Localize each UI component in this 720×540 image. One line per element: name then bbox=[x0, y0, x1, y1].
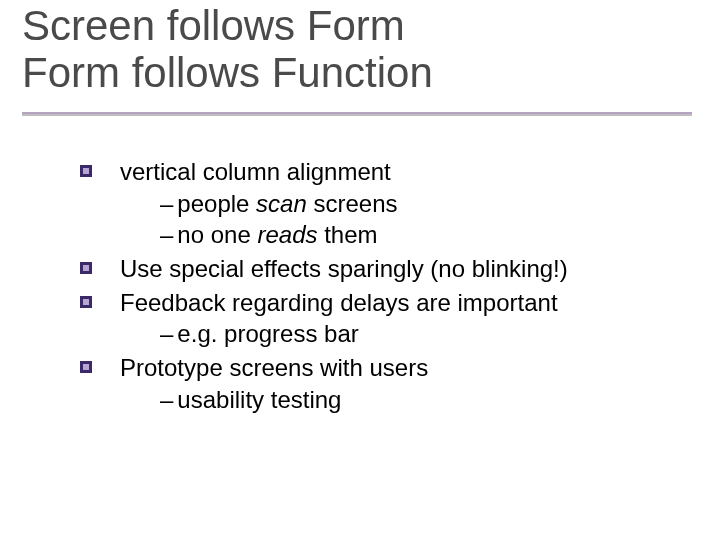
sub-item: –e.g. progress bar bbox=[120, 318, 680, 350]
item-text: vertical column alignment bbox=[120, 158, 391, 185]
list-item: vertical column alignment –people scan s… bbox=[80, 156, 680, 251]
sub-text-pre: e.g. progress bar bbox=[177, 320, 358, 347]
sub-text-post: them bbox=[317, 221, 377, 248]
sub-text-pre: usability testing bbox=[177, 386, 341, 413]
dash-icon: – bbox=[160, 386, 177, 413]
sub-text-em: reads bbox=[257, 221, 317, 248]
sub-text-pre: no one bbox=[177, 221, 257, 248]
list-item: Feedback regarding delays are important … bbox=[80, 287, 680, 350]
dash-icon: – bbox=[160, 320, 177, 347]
sub-text-pre: people bbox=[177, 190, 256, 217]
bullet-icon bbox=[80, 296, 92, 308]
dash-icon: – bbox=[160, 190, 177, 217]
item-text: Prototype screens with users bbox=[120, 354, 428, 381]
list-item: Use special effects sparingly (no blinki… bbox=[80, 253, 680, 285]
title-line-2: Form follows Function bbox=[22, 49, 690, 96]
sub-text-post: screens bbox=[307, 190, 398, 217]
sub-item: –no one reads them bbox=[120, 219, 680, 251]
title-underline bbox=[22, 112, 692, 114]
bullet-icon bbox=[80, 262, 92, 274]
item-text: Use special effects sparingly (no blinki… bbox=[120, 255, 568, 282]
slide-body: vertical column alignment –people scan s… bbox=[80, 156, 680, 417]
item-text: Feedback regarding delays are important bbox=[120, 289, 558, 316]
bullet-icon bbox=[80, 165, 92, 177]
slide: Screen follows Form Form follows Functio… bbox=[0, 0, 720, 540]
sub-text-em: scan bbox=[256, 190, 307, 217]
bullet-icon bbox=[80, 361, 92, 373]
dash-icon: – bbox=[160, 221, 177, 248]
title-line-1: Screen follows Form bbox=[22, 2, 405, 49]
sub-item: –people scan screens bbox=[120, 188, 680, 220]
slide-title: Screen follows Form Form follows Functio… bbox=[22, 2, 690, 96]
sub-item: –usability testing bbox=[120, 384, 680, 416]
list-item: Prototype screens with users –usability … bbox=[80, 352, 680, 415]
